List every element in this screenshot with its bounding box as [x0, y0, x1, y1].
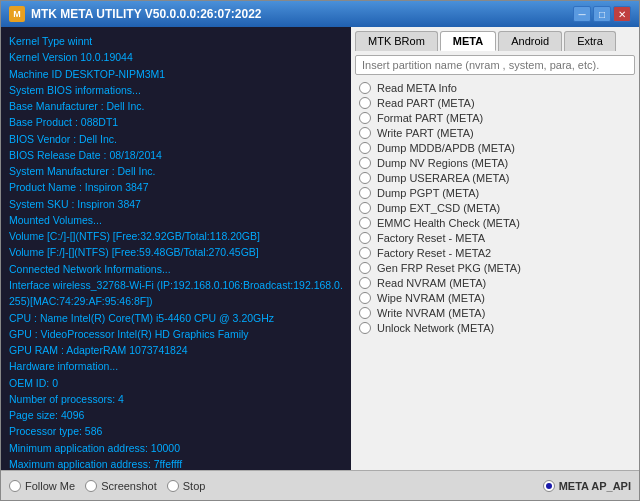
option-radio[interactable]	[359, 202, 371, 214]
option-label: EMMC Health Check (META)	[377, 217, 520, 229]
stop-label: Stop	[183, 480, 206, 492]
info-line: Base Manufacturer : Dell Inc.	[9, 98, 343, 114]
stop-radio[interactable]	[167, 480, 179, 492]
info-line: Processor type: 586	[9, 423, 343, 439]
info-line: OEM ID: 0	[9, 375, 343, 391]
info-line: Connected Network Informations...	[9, 261, 343, 277]
option-item[interactable]: Read PART (META)	[355, 96, 635, 110]
option-label: Factory Reset - META2	[377, 247, 491, 259]
left-info-panel: Kernel Type winntKernel Version 10.0.190…	[1, 27, 351, 470]
option-label: Dump PGPT (META)	[377, 187, 479, 199]
option-item[interactable]: Write PART (META)	[355, 126, 635, 140]
follow-me-radio[interactable]	[9, 480, 21, 492]
minimize-button[interactable]: ─	[573, 6, 591, 22]
option-radio[interactable]	[359, 127, 371, 139]
info-line: Volume [F:/]-[](NTFS) [Free:59.48GB/Tota…	[9, 244, 343, 260]
option-item[interactable]: Dump PGPT (META)	[355, 186, 635, 200]
tab-bar: MTK BRomMETAAndroidExtra	[355, 31, 635, 51]
option-label: Read PART (META)	[377, 97, 475, 109]
bottom-bar: Follow Me Screenshot Stop META AP_API	[1, 470, 639, 500]
option-radio[interactable]	[359, 82, 371, 94]
option-radio[interactable]	[359, 172, 371, 184]
option-radio[interactable]	[359, 97, 371, 109]
option-label: Format PART (META)	[377, 112, 483, 124]
option-item[interactable]: Factory Reset - META	[355, 231, 635, 245]
option-item[interactable]: Write NVRAM (META)	[355, 306, 635, 320]
tab-android[interactable]: Android	[498, 31, 562, 51]
window-title: MTK META UTILITY V50.0.0.0:26:07:2022	[31, 7, 262, 21]
option-radio[interactable]	[359, 277, 371, 289]
option-radio[interactable]	[359, 217, 371, 229]
tab-mtk-brom[interactable]: MTK BRom	[355, 31, 438, 51]
option-item[interactable]: Factory Reset - META2	[355, 246, 635, 260]
option-label: Gen FRP Reset PKG (META)	[377, 262, 521, 274]
option-radio[interactable]	[359, 232, 371, 244]
info-line: System BIOS informations...	[9, 82, 343, 98]
restore-button[interactable]: □	[593, 6, 611, 22]
info-line: GPU RAM : AdapterRAM 1073741824	[9, 342, 343, 358]
meta-api-item[interactable]: META AP_API	[543, 480, 631, 492]
close-button[interactable]: ✕	[613, 6, 631, 22]
option-item[interactable]: Format PART (META)	[355, 111, 635, 125]
option-item[interactable]: Gen FRP Reset PKG (META)	[355, 261, 635, 275]
info-line: Base Product : 088DT1	[9, 114, 343, 130]
info-line: GPU : VideoProcessor Intel(R) HD Graphic…	[9, 326, 343, 342]
option-label: Write PART (META)	[377, 127, 474, 139]
info-line: Interface wireless_32768-Wi-Fi (IP:192.1…	[9, 277, 343, 310]
option-radio[interactable]	[359, 292, 371, 304]
info-line: Maximum application address: 7ffeffff	[9, 456, 343, 470]
option-label: Dump NV Regions (META)	[377, 157, 508, 169]
title-bar-left: M MTK META UTILITY V50.0.0.0:26:07:2022	[9, 6, 262, 22]
option-item[interactable]: Dump MDDB/APDB (META)	[355, 141, 635, 155]
right-panel: MTK BRomMETAAndroidExtra Read META InfoR…	[351, 27, 639, 470]
option-label: Wipe NVRAM (META)	[377, 292, 485, 304]
main-window: M MTK META UTILITY V50.0.0.0:26:07:2022 …	[0, 0, 640, 501]
option-label: Dump EXT_CSD (META)	[377, 202, 500, 214]
tab-extra[interactable]: Extra	[564, 31, 616, 51]
option-radio[interactable]	[359, 262, 371, 274]
option-item[interactable]: EMMC Health Check (META)	[355, 216, 635, 230]
screenshot-item[interactable]: Screenshot	[85, 480, 157, 492]
option-item[interactable]: Unlock Network (META)	[355, 321, 635, 335]
info-line: Hardware information...	[9, 358, 343, 374]
partition-search-input[interactable]	[355, 55, 635, 75]
option-label: Dump USERAREA (META)	[377, 172, 509, 184]
option-item[interactable]: Dump NV Regions (META)	[355, 156, 635, 170]
follow-me-label: Follow Me	[25, 480, 75, 492]
info-line: BIOS Release Date : 08/18/2014	[9, 147, 343, 163]
meta-api-radio[interactable]	[543, 480, 555, 492]
option-item[interactable]: Dump USERAREA (META)	[355, 171, 635, 185]
option-label: Read META Info	[377, 82, 457, 94]
tab-meta[interactable]: META	[440, 31, 496, 51]
info-line: Mounted Volumes...	[9, 212, 343, 228]
option-radio[interactable]	[359, 187, 371, 199]
screenshot-label: Screenshot	[101, 480, 157, 492]
info-line: Number of processors: 4	[9, 391, 343, 407]
option-radio[interactable]	[359, 322, 371, 334]
follow-me-item[interactable]: Follow Me	[9, 480, 75, 492]
option-item[interactable]: Dump EXT_CSD (META)	[355, 201, 635, 215]
option-label: Factory Reset - META	[377, 232, 485, 244]
info-line: Kernel Version 10.0.19044	[9, 49, 343, 65]
info-line: Product Name : Inspiron 3847	[9, 179, 343, 195]
option-radio[interactable]	[359, 247, 371, 259]
options-list: Read META InfoRead PART (META)Format PAR…	[355, 81, 635, 466]
meta-api-label: META AP_API	[559, 480, 631, 492]
info-line: CPU : Name Intel(R) Core(TM) i5-4460 CPU…	[9, 310, 343, 326]
main-content: Kernel Type winntKernel Version 10.0.190…	[1, 27, 639, 470]
stop-item[interactable]: Stop	[167, 480, 206, 492]
option-label: Read NVRAM (META)	[377, 277, 486, 289]
option-item[interactable]: Wipe NVRAM (META)	[355, 291, 635, 305]
option-radio[interactable]	[359, 157, 371, 169]
option-radio[interactable]	[359, 307, 371, 319]
option-item[interactable]: Read META Info	[355, 81, 635, 95]
info-line: BIOS Vendor : Dell Inc.	[9, 131, 343, 147]
info-line: Volume [C:/]-[](NTFS) [Free:32.92GB/Tota…	[9, 228, 343, 244]
option-label: Write NVRAM (META)	[377, 307, 485, 319]
option-label: Dump MDDB/APDB (META)	[377, 142, 515, 154]
option-radio[interactable]	[359, 142, 371, 154]
screenshot-radio[interactable]	[85, 480, 97, 492]
option-item[interactable]: Read NVRAM (META)	[355, 276, 635, 290]
title-bar: M MTK META UTILITY V50.0.0.0:26:07:2022 …	[1, 1, 639, 27]
option-radio[interactable]	[359, 112, 371, 124]
